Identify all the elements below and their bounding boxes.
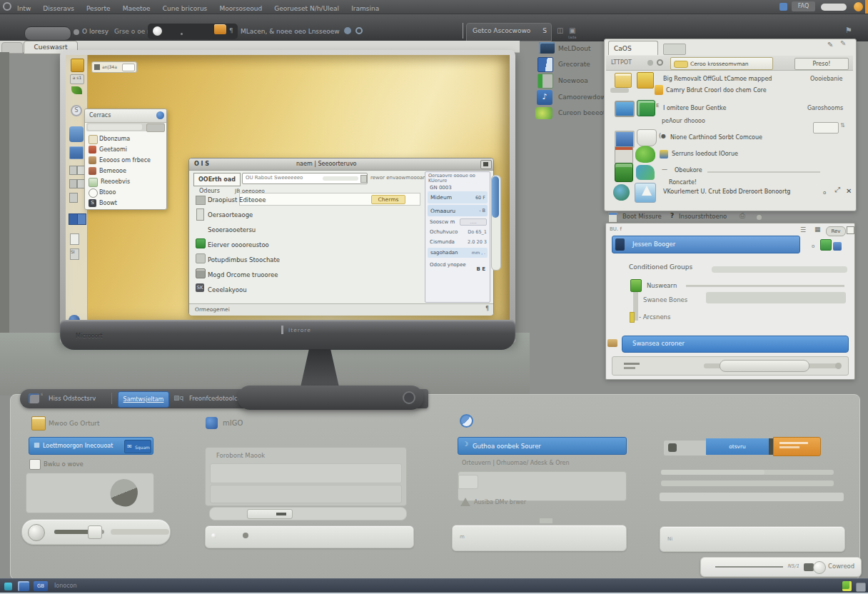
monitor-power-button[interactable] bbox=[403, 391, 415, 404]
popup-menu-item[interactable]: Eeooos om frbece bbox=[99, 157, 151, 163]
edit-icon-2[interactable]: ✎ bbox=[840, 39, 846, 47]
dialog-titlebar[interactable]: O I S naem | Seeoorteruvo bbox=[189, 158, 493, 171]
info-row-blue[interactable]: Omaauru - B bbox=[428, 205, 488, 216]
toolbar-dot-b[interactable] bbox=[657, 59, 663, 66]
shortcut-label[interactable]: MeLDoout bbox=[558, 45, 591, 52]
boot-scrollbar-thumb[interactable] bbox=[720, 360, 809, 372]
shortcut-icon-panel[interactable] bbox=[538, 57, 553, 72]
screen-scrollbar-thumb[interactable] bbox=[492, 176, 499, 218]
row-icon-window[interactable] bbox=[615, 131, 635, 148]
shortcut-label[interactable]: Cureon beeeot bbox=[558, 109, 605, 116]
shortcut-icon-multimedia[interactable] bbox=[539, 42, 555, 54]
tray-orange-icon[interactable] bbox=[854, 2, 863, 11]
row-icon-slider[interactable] bbox=[610, 88, 629, 93]
inspector-row-text[interactable]: peAour dhoooo bbox=[662, 118, 705, 124]
stepper-icon[interactable]: ⇅ bbox=[840, 122, 845, 129]
edit-icon[interactable]: ✎ bbox=[827, 41, 833, 49]
boot-item-label[interactable]: - Arcsnens bbox=[639, 313, 670, 321]
row-icon-bird[interactable] bbox=[636, 165, 655, 180]
info-row-field[interactable]: ..... bbox=[460, 218, 487, 226]
dialog-list-item[interactable]: Draopiust Editeoee bbox=[208, 196, 266, 203]
col2-inner-field-b[interactable] bbox=[210, 485, 402, 503]
popup-menu-item[interactable]: Bemeooe bbox=[99, 168, 126, 174]
boot-item-label[interactable]: Swanee Bones bbox=[643, 296, 687, 303]
col3-bottom-bar[interactable]: m bbox=[452, 525, 627, 551]
slider-handle[interactable] bbox=[88, 525, 102, 539]
desktop-icon-grid[interactable] bbox=[71, 59, 84, 72]
col1-button-badge[interactable]: ✉ Squam bbox=[124, 440, 151, 453]
folder-icon[interactable] bbox=[214, 24, 226, 34]
blue-action-icon[interactable] bbox=[833, 242, 842, 251]
info-row-blue[interactable]: sagohadan mm , . bbox=[428, 248, 488, 258]
row-icon-truck[interactable] bbox=[615, 163, 633, 182]
preset-button[interactable]: Preso! bbox=[794, 58, 849, 70]
info-row-blue[interactable]: Mideum 60 F bbox=[428, 191, 488, 203]
col1-button[interactable]: ▩ Loettmoorgon Inecouoat ✉ Squam bbox=[29, 437, 153, 455]
dialog-close-button[interactable] bbox=[480, 160, 492, 169]
inspector-row-text[interactable]: VKourlemert U. Crut Eobd Dreroort Bonoor… bbox=[663, 188, 790, 195]
popup-menu-item[interactable]: Btooo bbox=[99, 189, 116, 196]
shortcut-icon-music[interactable]: ♪ bbox=[537, 90, 552, 105]
col4-bottom-bar[interactable]: Ni bbox=[660, 526, 845, 552]
list-view-icon[interactable]: ☰ bbox=[800, 226, 806, 233]
inspector-row-text[interactable]: I omitere Bour Gentke bbox=[663, 105, 726, 111]
col4-segment-blue[interactable]: otsvru bbox=[706, 438, 769, 455]
popup-filter-bar[interactable] bbox=[86, 123, 165, 131]
taskbar-tray-gray-icon[interactable] bbox=[856, 583, 866, 592]
row-icon-globe[interactable] bbox=[613, 184, 630, 201]
inspector-action-button[interactable]: Ceroo krosseomvman bbox=[670, 57, 773, 70]
desktop-icon-s[interactable]: S bbox=[71, 105, 82, 116]
popup-menu-item[interactable]: Geetaomi bbox=[99, 146, 127, 153]
taskbar-icon-cyan[interactable] bbox=[4, 583, 12, 590]
desktop-icon-small-c[interactable] bbox=[69, 179, 77, 188]
toolbar-right-icon[interactable]: ⚑ bbox=[845, 26, 852, 35]
desktop-icon-blue[interactable] bbox=[69, 126, 84, 142]
tray-pill-button[interactable] bbox=[821, 4, 847, 11]
taskbar-icon-blue[interactable] bbox=[18, 581, 29, 591]
toggle-knob[interactable] bbox=[813, 561, 826, 574]
inspector-input[interactable] bbox=[813, 122, 839, 134]
printer-icon[interactable]: ⎙ bbox=[740, 211, 745, 220]
back-button[interactable] bbox=[24, 26, 71, 41]
scroll-end-button[interactable] bbox=[835, 363, 842, 369]
toolbar-dot-a[interactable] bbox=[647, 60, 653, 66]
toolbar-tab[interactable]: Getco Ascocwowo S bbox=[466, 23, 552, 41]
green-action-icon[interactable] bbox=[820, 239, 832, 251]
desktop-icon-page[interactable] bbox=[70, 233, 79, 245]
bottom-tab[interactable]: Hiss Odstoctsrv bbox=[49, 395, 96, 402]
status-icon-b[interactable] bbox=[355, 27, 363, 34]
grid-view-icon[interactable]: ▦ bbox=[814, 226, 821, 233]
popup-search-icon[interactable] bbox=[156, 111, 164, 119]
taskbar-icon-gb[interactable]: GB bbox=[34, 581, 48, 591]
small-box-icon[interactable] bbox=[847, 226, 854, 234]
mini-toolbar-button[interactable] bbox=[122, 64, 135, 71]
boot-item-label[interactable]: Nuswearn bbox=[647, 282, 677, 289]
col4-segment-gray[interactable] bbox=[663, 440, 707, 456]
shortcut-icon-network[interactable] bbox=[538, 74, 553, 89]
col4-segment-orange[interactable] bbox=[773, 437, 821, 456]
desktop-icon-tiles[interactable] bbox=[69, 146, 84, 159]
row-icon-tub[interactable] bbox=[637, 129, 657, 146]
col2-slider-handle[interactable] bbox=[247, 509, 293, 519]
shortcut-icon-green[interactable] bbox=[535, 107, 552, 119]
row-icon-monitor[interactable] bbox=[615, 101, 635, 117]
col2-inner-field-a[interactable] bbox=[210, 463, 402, 483]
desktop-icon-small-e[interactable] bbox=[69, 193, 78, 203]
dialog-list-item[interactable]: Potupdimbus Stoochate bbox=[208, 256, 280, 263]
dialog-list-item[interactable]: Oersaorteaoge bbox=[208, 211, 253, 218]
inspector-tab-button[interactable] bbox=[663, 44, 686, 55]
row-icon-calendar[interactable] bbox=[615, 146, 633, 163]
slider-track-secondary[interactable] bbox=[111, 529, 169, 535]
footer-slider-line[interactable] bbox=[715, 566, 783, 568]
dialog-list-item[interactable]: Mogd Orcome truooree bbox=[208, 271, 278, 278]
inspector-row-text[interactable]: Big Removalt OffGuL tCamoe mapped bbox=[663, 76, 772, 82]
status-icon-a[interactable] bbox=[344, 27, 351, 34]
col3-button[interactable]: ☽ Guthoa oonbek Sourer bbox=[458, 437, 627, 455]
close-x-icon[interactable]: ✕ bbox=[846, 187, 852, 195]
dialog-highlight-row[interactable]: Cherms bbox=[239, 193, 420, 206]
dialog-search-input[interactable]: OU Rabout Sweeeeeeo bbox=[242, 173, 368, 184]
shortcut-label[interactable]: Noewooa bbox=[558, 77, 588, 84]
monitor-small-icon[interactable]: ◫ bbox=[557, 26, 563, 34]
popup-filter-button[interactable] bbox=[146, 124, 165, 132]
inspector-tab[interactable]: CaOS bbox=[608, 41, 658, 55]
